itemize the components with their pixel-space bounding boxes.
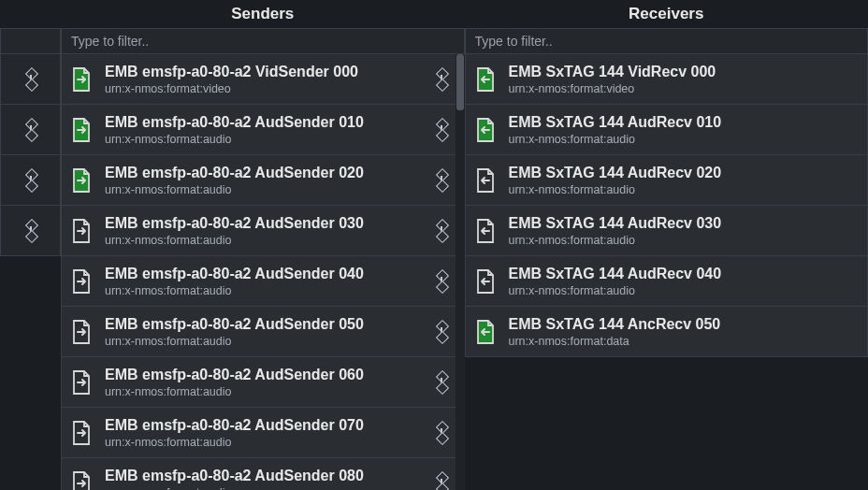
side-route-cell[interactable] [0,104,61,155]
link-icon [435,68,448,91]
sender-doc-icon [69,116,94,144]
row-title: EMB emsfp-a0-80-a2 AudSender 030 [105,215,421,232]
row-subtitle: urn:x-nmos:format:audio [105,436,421,449]
receivers-row[interactable]: EMB SxTAG 144 AudRecv 030urn:x-nmos:form… [465,205,869,256]
row-texts: EMB emsfp-a0-80-a2 AudSender 060urn:x-nm… [105,367,421,398]
receivers-filter[interactable] [465,28,869,54]
route-handle[interactable] [432,270,451,293]
receivers-header: Receivers [465,0,869,28]
row-subtitle: urn:x-nmos:format:video [105,82,421,95]
row-texts: EMB SxTAG 144 AncRecv 050urn:x-nmos:form… [509,316,861,348]
receivers-panel: EMB SxTAG 144 VidRecv 000urn:x-nmos:form… [465,28,869,490]
row-subtitle: urn:x-nmos:format:audio [105,335,421,348]
route-handle[interactable] [432,68,451,91]
link-icon [435,371,448,394]
row-subtitle: urn:x-nmos:format:audio [509,133,861,146]
row-texts: EMB emsfp-a0-80-a2 AudSender 050urn:x-nm… [105,316,421,348]
receiver-doc-icon [473,166,498,195]
senders-row[interactable]: EMB emsfp-a0-80-a2 AudSender 040urn:x-nm… [61,255,465,307]
senders-row[interactable]: EMB emsfp-a0-80-a2 AudSender 080urn:x-nm… [61,457,465,490]
link-icon [435,321,448,343]
row-texts: EMB SxTAG 144 AudRecv 020urn:x-nmos:form… [509,165,861,196]
senders-row[interactable]: EMB emsfp-a0-80-a2 AudSender 060urn:x-nm… [61,356,465,408]
senders-row[interactable]: EMB emsfp-a0-80-a2 AudSender 010urn:x-nm… [61,104,465,155]
row-subtitle: urn:x-nmos:format:audio [105,385,421,398]
sender-doc-icon [69,166,94,195]
row-texts: EMB SxTAG 144 AudRecv 010urn:x-nmos:form… [509,114,861,146]
senders-row[interactable]: EMB emsfp-a0-80-a2 VidSender 000urn:x-nm… [61,54,465,105]
senders-panel: EMB emsfp-a0-80-a2 VidSender 000urn:x-nm… [61,28,465,490]
senders-filter[interactable] [61,28,465,54]
side-route-cell[interactable] [0,205,61,256]
row-title: EMB emsfp-a0-80-a2 AudSender 050 [105,316,421,333]
side-filter-stub [0,28,61,54]
link-icon [435,422,448,444]
receiver-doc-icon [473,318,498,346]
senders-row[interactable]: EMB emsfp-a0-80-a2 AudSender 070urn:x-nm… [61,407,465,458]
receiver-doc-icon [473,65,498,94]
row-title: EMB emsfp-a0-80-a2 AudSender 020 [105,165,421,181]
sender-doc-icon [69,267,94,295]
column-headers: Senders Receivers [0,0,868,28]
row-title: EMB SxTAG 144 AudRecv 040 [509,266,861,282]
sender-doc-icon [69,65,94,94]
link-icon [435,270,448,293]
link-icon [435,119,448,141]
link-icon [24,119,37,141]
row-subtitle: urn:x-nmos:format:audio [105,234,421,247]
row-title: EMB SxTAG 144 AudRecv 030 [509,215,861,232]
link-icon [435,220,448,242]
route-handle[interactable] [432,169,451,192]
row-subtitle: urn:x-nmos:format:audio [105,486,421,491]
row-title: EMB SxTAG 144 AudRecv 010 [509,114,861,131]
row-title: EMB emsfp-a0-80-a2 VidSender 000 [105,64,421,80]
route-handle[interactable] [432,321,451,343]
row-texts: EMB SxTAG 144 VidRecv 000urn:x-nmos:form… [509,64,861,95]
sender-doc-icon [69,318,94,346]
row-subtitle: urn:x-nmos:format:video [509,82,861,95]
row-texts: EMB emsfp-a0-80-a2 AudSender 020urn:x-nm… [105,165,421,196]
side-column [0,28,61,490]
receivers-row[interactable]: EMB SxTAG 144 AudRecv 020urn:x-nmos:form… [465,154,869,206]
receivers-row[interactable]: EMB SxTAG 144 AncRecv 050urn:x-nmos:form… [465,306,869,357]
senders-filter-input[interactable] [71,34,455,49]
route-handle[interactable] [432,220,451,242]
senders-row[interactable]: EMB emsfp-a0-80-a2 AudSender 030urn:x-nm… [61,205,465,256]
senders-list: EMB emsfp-a0-80-a2 VidSender 000urn:x-nm… [61,54,465,490]
row-subtitle: urn:x-nmos:format:data [509,335,861,348]
senders-row[interactable]: EMB emsfp-a0-80-a2 AudSender 020urn:x-nm… [61,154,465,206]
row-title: EMB emsfp-a0-80-a2 AudSender 080 [105,468,421,484]
link-icon [24,220,37,242]
senders-scrollbar[interactable] [456,54,465,490]
row-texts: EMB SxTAG 144 AudRecv 040urn:x-nmos:form… [509,266,861,297]
route-handle[interactable] [432,472,451,491]
header-spacer [0,0,61,28]
receivers-filter-input[interactable] [475,34,859,49]
link-icon [435,169,448,192]
link-icon [435,472,448,491]
side-route-cell[interactable] [0,53,61,105]
receiver-doc-icon [473,116,498,144]
row-texts: EMB emsfp-a0-80-a2 AudSender 080urn:x-nm… [105,468,421,491]
senders-scroll-thumb[interactable] [456,54,464,110]
row-texts: EMB emsfp-a0-80-a2 AudSender 010urn:x-nm… [105,114,421,146]
side-route-cell[interactable] [0,154,61,206]
receivers-row[interactable]: EMB SxTAG 144 VidRecv 000urn:x-nmos:form… [465,54,869,105]
row-subtitle: urn:x-nmos:format:audio [105,284,421,297]
receivers-list: EMB SxTAG 144 VidRecv 000urn:x-nmos:form… [465,54,869,490]
receivers-row[interactable]: EMB SxTAG 144 AudRecv 010urn:x-nmos:form… [465,104,869,155]
row-title: EMB emsfp-a0-80-a2 AudSender 060 [105,367,421,383]
row-title: EMB SxTAG 144 AudRecv 020 [509,165,861,181]
route-handle[interactable] [432,422,451,444]
link-icon [24,68,37,91]
sender-doc-icon [69,469,94,491]
row-subtitle: urn:x-nmos:format:audio [105,133,421,146]
row-texts: EMB emsfp-a0-80-a2 AudSender 070urn:x-nm… [105,417,421,449]
sender-doc-icon [69,217,94,245]
route-handle[interactable] [432,119,451,141]
receivers-row[interactable]: EMB SxTAG 144 AudRecv 040urn:x-nmos:form… [465,255,869,307]
app-root: Senders Receivers EMB emsfp-a0-80-a2 Vid… [0,0,868,490]
route-handle[interactable] [432,371,451,394]
row-title: EMB SxTAG 144 VidRecv 000 [509,64,861,80]
senders-row[interactable]: EMB emsfp-a0-80-a2 AudSender 050urn:x-nm… [61,306,465,357]
